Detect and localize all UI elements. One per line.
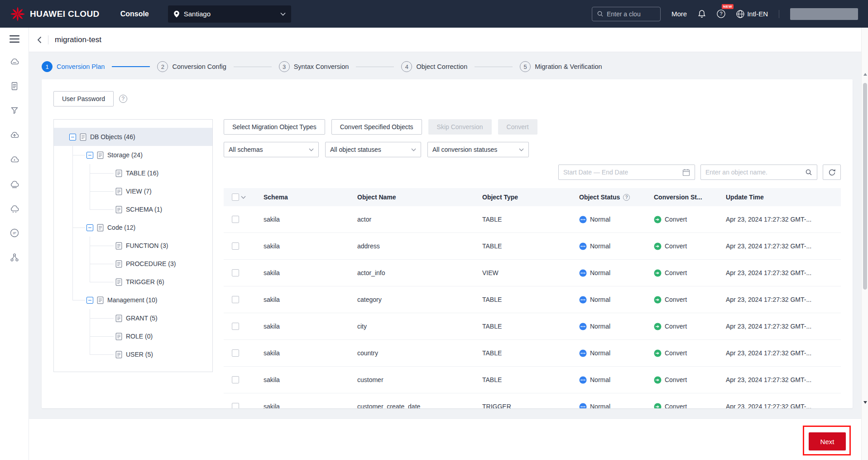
tree-item-db-objects-46[interactable]: DB Objects (46) (54, 128, 212, 146)
cell-update-time: Apr 23, 2024 17:27:32 GMT-... (720, 269, 841, 276)
select-all-checkbox[interactable] (232, 194, 239, 201)
tree-item-trigger-6[interactable]: TRIGGER (6) (54, 273, 212, 291)
status-convert-icon (654, 216, 662, 223)
page-scrollbar[interactable] (861, 28, 868, 460)
cloud-service-icon[interactable] (10, 155, 19, 165)
date-range-input[interactable] (558, 165, 695, 180)
org-share-icon[interactable] (10, 252, 19, 262)
next-button[interactable]: Next (809, 432, 846, 450)
scrollbar-thumb[interactable] (863, 83, 867, 290)
select-migration-object-types-button[interactable]: Select Migration Object Types (224, 119, 325, 135)
object-name-search-input[interactable] (705, 169, 801, 176)
document-icon (115, 242, 122, 250)
step-3[interactable]: 3Syntax Conversion (279, 61, 349, 72)
cell-schema: sakila (258, 323, 352, 330)
object-name-search[interactable] (700, 165, 817, 180)
header-conversion-status: Conversion St... (648, 194, 720, 201)
cloud-network-icon[interactable] (10, 203, 19, 213)
topbar-search-input[interactable] (607, 10, 656, 18)
cell-object-type: TABLE (477, 349, 574, 357)
brand-title[interactable]: HUAWEI CLOUD (30, 9, 100, 19)
date-range-field[interactable] (563, 169, 679, 176)
status-text: Normal (590, 242, 610, 250)
convert-specified-objects-button[interactable]: Convert Specified Objects (331, 119, 422, 135)
step-label: Syntax Conversion (294, 63, 349, 70)
ip-icon[interactable]: IP (10, 228, 19, 238)
tree-item-function-3[interactable]: FUNCTION (3) (54, 237, 212, 255)
status-normal-icon (579, 349, 587, 357)
collapse-toggle-icon[interactable] (86, 152, 93, 159)
tree-item-procedure-3[interactable]: PROCEDURE (3) (54, 255, 212, 273)
object-status-help-icon[interactable]: ? (623, 194, 630, 201)
step-2[interactable]: 2Conversion Config (157, 61, 226, 72)
tree-item-management-10[interactable]: Management (10) (54, 291, 212, 309)
hamburger-menu-icon[interactable] (10, 35, 19, 43)
tree-item-user-5[interactable]: USER (5) (54, 345, 212, 363)
row-checkbox[interactable] (232, 403, 239, 408)
tree-item-grant-5[interactable]: GRANT (5) (54, 309, 212, 327)
user-password-button[interactable]: User Password (53, 91, 114, 107)
scroll-up-arrow[interactable] (863, 73, 867, 76)
refresh-button[interactable] (823, 165, 841, 180)
collapse-toggle-icon[interactable] (86, 297, 93, 304)
collapse-toggle-icon[interactable] (86, 224, 93, 231)
calendar-icon[interactable] (682, 169, 690, 176)
row-checkbox[interactable] (232, 242, 239, 250)
objects-pane: Select Migration Object TypesConvert Spe… (224, 119, 841, 408)
search-icon[interactable] (805, 169, 812, 176)
language-selector[interactable]: Intl-EN (736, 10, 768, 18)
cell-object-type: TABLE (477, 216, 574, 223)
cell-update-time: Apr 23, 2024 17:27:32 GMT-... (720, 323, 841, 330)
tree-item-table-16[interactable]: TABLE (16) (54, 164, 212, 182)
back-chevron-icon[interactable] (37, 36, 42, 44)
huawei-logo-icon[interactable] (10, 6, 25, 22)
cell-schema: sakila (258, 296, 352, 303)
topbar-search[interactable] (592, 7, 661, 21)
account-menu-redacted[interactable] (790, 8, 858, 20)
document-db-icon[interactable] (10, 81, 19, 91)
step-connector (112, 66, 150, 67)
row-checkbox[interactable] (232, 323, 239, 330)
skip-conversion-button: Skip Conversion (428, 119, 492, 135)
conversion-text: Convert (665, 296, 687, 303)
status-normal-icon (579, 296, 587, 304)
tree-item-label: DB Objects (46) (90, 133, 135, 140)
notifications-bell-icon[interactable] (698, 10, 706, 18)
cloud-server-icon[interactable] (10, 57, 19, 67)
row-checkbox[interactable] (232, 269, 239, 276)
conversion-text: Convert (665, 376, 687, 383)
tree-item-storage-24[interactable]: Storage (24) (54, 146, 212, 164)
tree-item-label: USER (5) (126, 351, 153, 358)
status-convert-icon (654, 403, 662, 409)
page-title: migration-test (55, 35, 101, 44)
cloud-stack-icon[interactable] (10, 179, 19, 189)
tree-item-view-7[interactable]: VIEW (7) (54, 182, 212, 200)
row-checkbox[interactable] (232, 296, 239, 303)
filter-all-schemas[interactable]: All schemas (224, 142, 319, 157)
select-menu-chevron-icon[interactable] (241, 196, 246, 199)
row-checkbox[interactable] (232, 349, 239, 357)
cell-conversion-status: Convert (648, 323, 720, 330)
collapse-toggle-icon[interactable] (69, 134, 76, 140)
table-row: sakilaactorTABLENormalConvertApr 23, 202… (224, 206, 841, 233)
row-checkbox[interactable] (232, 216, 239, 223)
region-selector[interactable]: Santiago (168, 5, 291, 23)
tree-item-role-0[interactable]: ROLE (0) (54, 327, 212, 345)
tree-item-code-12[interactable]: Code (12) (54, 218, 212, 237)
filter-all-object-statuses[interactable]: All object statuses (325, 142, 421, 157)
cloud-upload-icon[interactable] (10, 130, 19, 140)
help-icon[interactable]: ? NEW (717, 10, 725, 18)
funnel-icon[interactable] (10, 106, 19, 116)
tree-item-schema-1[interactable]: SCHEMA (1) (54, 200, 212, 218)
console-link[interactable]: Console (120, 10, 149, 18)
cell-object-type: TABLE (477, 323, 574, 330)
step-5[interactable]: 5Migration & Verification (520, 61, 602, 72)
more-link[interactable]: More (671, 10, 687, 18)
step-4[interactable]: 4Object Correction (401, 61, 467, 72)
row-checkbox[interactable] (232, 376, 239, 383)
user-password-help-icon[interactable]: ? (119, 95, 127, 103)
step-1[interactable]: 1Conversion Plan (42, 61, 105, 72)
topbar-right-cluster: More ? NEW Intl-EN (592, 7, 858, 21)
scroll-down-arrow[interactable] (863, 401, 867, 404)
filter-all-conversion-statuses[interactable]: All conversion statuses (427, 142, 529, 157)
